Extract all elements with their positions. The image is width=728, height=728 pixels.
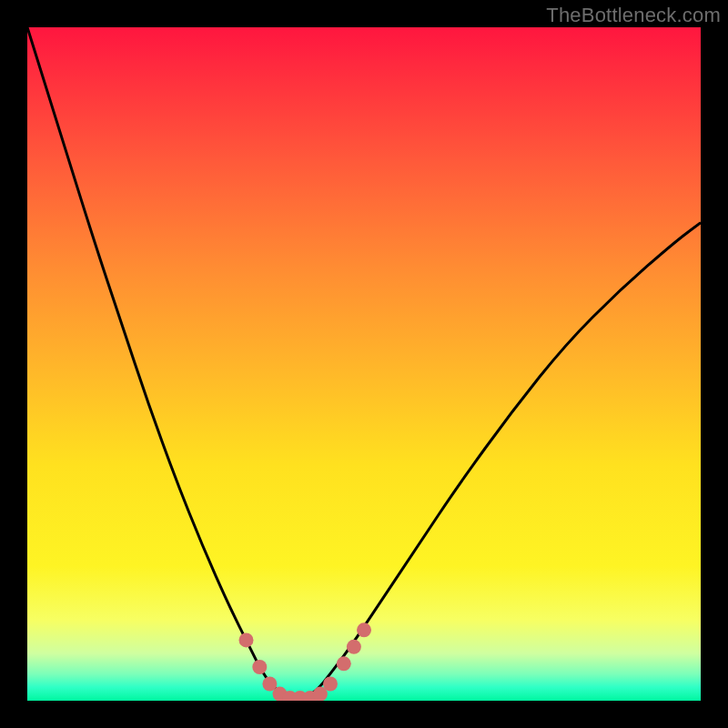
highlight-dot bbox=[323, 677, 338, 692]
highlight-dot bbox=[347, 640, 361, 654]
highlight-dots-group bbox=[239, 622, 372, 701]
bottleneck-curve-path bbox=[27, 27, 701, 698]
watermark-label: TheBottleneck.com bbox=[546, 4, 721, 27]
curve-layer bbox=[27, 27, 701, 701]
chart-frame: TheBottleneck.com bbox=[0, 0, 728, 728]
highlight-dot bbox=[252, 660, 267, 674]
plot-area bbox=[27, 27, 701, 701]
highlight-dot bbox=[357, 622, 371, 637]
highlight-dot bbox=[239, 632, 254, 647]
highlight-dot bbox=[337, 656, 351, 671]
